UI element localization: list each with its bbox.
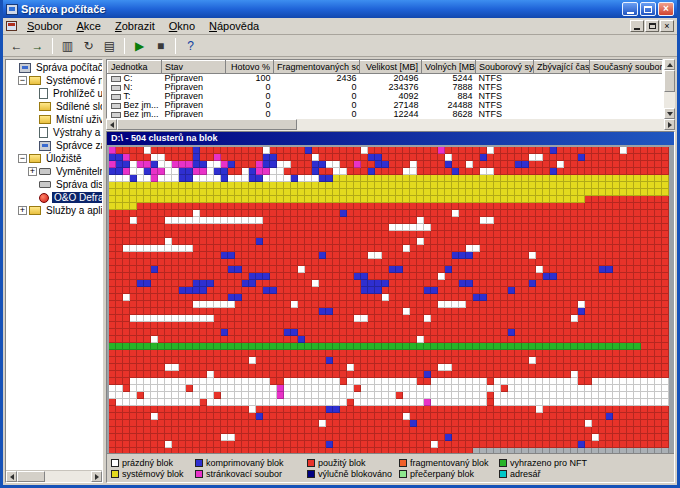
minimize-button[interactable] bbox=[622, 2, 638, 16]
cluster-cell bbox=[459, 357, 466, 364]
properties-button[interactable]: ▤ bbox=[100, 37, 119, 55]
tree-item-local-users[interactable]: Místní uživatelé a skupiny bbox=[6, 113, 102, 126]
back-button[interactable]: ← bbox=[7, 37, 26, 55]
column-header[interactable]: Současný soubor/adresář bbox=[590, 61, 663, 74]
tree-item-removable-storage[interactable]: +Vyměnitelné úložiště bbox=[6, 165, 102, 178]
menu-item-file[interactable]: Soubor bbox=[20, 19, 69, 33]
child-close-button[interactable]: × bbox=[660, 20, 674, 32]
tree-item-shared-folders[interactable]: Sdílené složky bbox=[6, 100, 102, 113]
list-scroll-down-button[interactable] bbox=[664, 108, 675, 119]
cluster-cell bbox=[228, 189, 235, 196]
stop-defrag-button[interactable]: ■ bbox=[151, 37, 170, 55]
menu-item-action[interactable]: Akce bbox=[69, 19, 107, 33]
cluster-cell bbox=[158, 385, 165, 392]
cluster-cell bbox=[438, 224, 445, 231]
tree-item-event-viewer[interactable]: Prohlížeč událostí bbox=[6, 87, 102, 100]
table-row[interactable]: C:Připraven1002436204965244NTFS bbox=[108, 74, 663, 84]
cluster-cell bbox=[221, 371, 228, 378]
cluster-cell bbox=[641, 350, 648, 357]
cluster-cell bbox=[529, 280, 536, 287]
help-button[interactable]: ? bbox=[181, 37, 200, 55]
show-tree-button[interactable]: ▥ bbox=[58, 37, 77, 55]
column-header[interactable]: Jednotka bbox=[108, 61, 162, 74]
column-header[interactable]: Stav bbox=[162, 61, 226, 74]
list-hscroll-thumb[interactable] bbox=[117, 119, 297, 130]
cluster-cell bbox=[158, 238, 165, 245]
list-scroll-up-button[interactable] bbox=[664, 59, 675, 70]
title-bar[interactable]: Správa počítače × bbox=[3, 0, 677, 18]
forward-button[interactable]: → bbox=[28, 37, 47, 55]
column-header[interactable]: Hotovo % bbox=[226, 61, 274, 74]
column-header[interactable]: Fragmentovaných souborů bbox=[274, 61, 360, 74]
child-restore-button[interactable] bbox=[645, 20, 659, 32]
tree-item-disk-management[interactable]: Správa disků bbox=[6, 178, 102, 191]
child-minimize-button[interactable] bbox=[630, 20, 644, 32]
tree-item-device-manager[interactable]: Správce zařízení bbox=[6, 139, 102, 152]
tree-item-root[interactable]: Správa počítače (místní) bbox=[6, 61, 102, 74]
cluster-cell bbox=[158, 154, 165, 161]
table-row[interactable]: Bez jm...Připraven002714824488NTFS bbox=[108, 101, 663, 110]
menu-item-view[interactable]: Zobrazit bbox=[108, 19, 162, 33]
list-vscroll-thumb[interactable] bbox=[664, 70, 675, 92]
collapse-icon[interactable]: − bbox=[18, 154, 27, 163]
tree-horizontal-scrollbar[interactable] bbox=[6, 470, 102, 482]
cluster-cell bbox=[459, 259, 466, 266]
cluster-cell bbox=[417, 238, 424, 245]
collapse-icon[interactable]: − bbox=[18, 76, 27, 85]
cluster-cell bbox=[151, 441, 158, 448]
legend-label: výlučně blokováno bbox=[318, 469, 392, 479]
start-defrag-button[interactable]: ▶ bbox=[130, 37, 149, 55]
tree-item-performance-logs[interactable]: Výstrahy a protokolování vý bbox=[6, 126, 102, 139]
table-row[interactable]: Bez jm...Připraven00122448628NTFS bbox=[108, 110, 663, 119]
menu-item-help[interactable]: Nápověda bbox=[202, 19, 266, 33]
close-button[interactable]: × bbox=[658, 2, 674, 16]
menu-hotkey: O bbox=[169, 20, 178, 32]
cluster-cell bbox=[165, 434, 172, 441]
cluster-cell bbox=[417, 217, 424, 224]
cluster-cell bbox=[445, 420, 452, 427]
list-vertical-scrollbar[interactable] bbox=[663, 59, 675, 119]
cluster-cell bbox=[333, 364, 340, 371]
cluster-cell bbox=[263, 441, 270, 448]
cluster-map-grid[interactable] bbox=[109, 147, 669, 453]
refresh-button[interactable]: ↻ bbox=[79, 37, 98, 55]
column-header[interactable]: Velikost [MB] bbox=[360, 61, 422, 74]
cluster-cell bbox=[620, 364, 627, 371]
cluster-cell bbox=[137, 343, 144, 350]
list-scroll-right-button[interactable] bbox=[664, 119, 675, 130]
cluster-cell bbox=[137, 350, 144, 357]
cluster-cell bbox=[109, 364, 116, 371]
table-row[interactable]: T:Připraven004092884NTFS bbox=[108, 92, 663, 101]
cluster-cell bbox=[375, 231, 382, 238]
tree-item-storage[interactable]: −Úložiště bbox=[6, 152, 102, 165]
tree-item-system-tools[interactable]: −Systémové nástroje bbox=[6, 74, 102, 87]
cluster-cell bbox=[193, 189, 200, 196]
menu-item-window[interactable]: Okno bbox=[162, 19, 202, 33]
tree-scroll-left-button[interactable] bbox=[6, 471, 17, 482]
cluster-cell bbox=[207, 308, 214, 315]
cluster-cell bbox=[123, 238, 130, 245]
cluster-cell bbox=[298, 399, 305, 406]
cluster-cell bbox=[431, 217, 438, 224]
column-header[interactable]: Souborový systém bbox=[476, 61, 534, 74]
cluster-cell bbox=[256, 217, 263, 224]
cluster-cell bbox=[319, 406, 326, 413]
expand-icon[interactable]: + bbox=[28, 167, 37, 176]
cluster-cell bbox=[620, 259, 627, 266]
tree-item-services-apps[interactable]: +Služby a aplikace bbox=[6, 204, 102, 217]
cluster-cell bbox=[662, 322, 669, 329]
list-horizontal-scrollbar[interactable] bbox=[106, 119, 675, 131]
tree-scroll-thumb[interactable] bbox=[17, 471, 45, 482]
maximize-button[interactable] bbox=[640, 2, 656, 16]
menu-bar: SouborAkceZobrazitOknoNápověda × bbox=[3, 18, 677, 35]
cluster-cell bbox=[340, 210, 347, 217]
tree-item-oo-defrag[interactable]: O&O Defrag 2000 Freeware bbox=[6, 191, 102, 204]
table-row[interactable]: N:Připraven002343767888NTFS bbox=[108, 83, 663, 92]
tree-scroll-right-button[interactable] bbox=[91, 471, 102, 482]
column-header[interactable]: Volných [MB] bbox=[422, 61, 476, 74]
expand-icon[interactable]: + bbox=[18, 206, 27, 215]
list-scroll-left-button[interactable] bbox=[106, 119, 117, 130]
cluster-cell bbox=[130, 420, 137, 427]
cluster-cell bbox=[606, 378, 613, 385]
column-header[interactable]: Zbývající čas bbox=[534, 61, 590, 74]
